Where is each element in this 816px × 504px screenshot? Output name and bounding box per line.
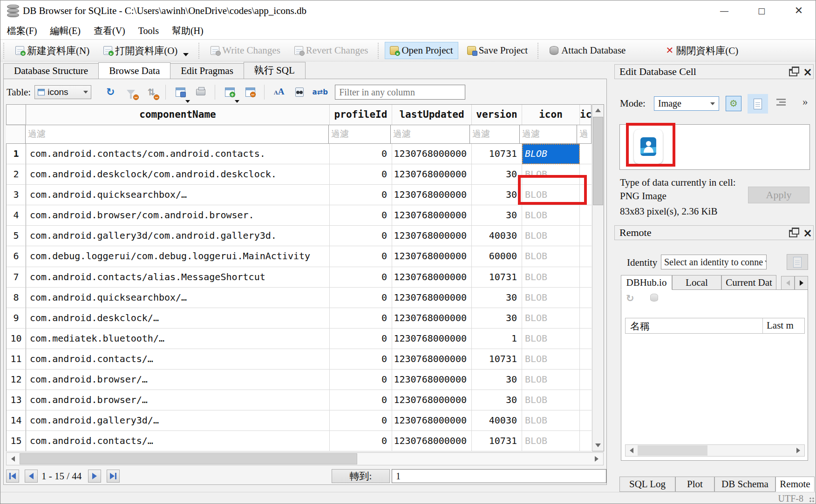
cell-componentName[interactable]: com.android.gallery3d/com.android.galler…	[26, 226, 330, 246]
cell-lastUpdated[interactable]: 1230768000000	[392, 246, 472, 267]
scroll-up-button[interactable]	[592, 105, 604, 116]
cell-partial[interactable]	[580, 349, 592, 370]
import-data-button[interactable]: ⚙	[726, 96, 741, 111]
cell-icon-blob[interactable]: BLOB	[522, 410, 580, 431]
cell-lastUpdated[interactable]: 1230768000000	[392, 329, 472, 349]
cell-componentName[interactable]: com.android.gallery3d/…	[26, 410, 330, 431]
cell-profileId[interactable]: 0	[330, 205, 392, 226]
cell-componentName[interactable]: com.android.contacts/…	[26, 431, 330, 451]
tab-database-structure[interactable]: Database Structure	[3, 63, 99, 79]
cell-lastUpdated[interactable]: 1230768000000	[392, 205, 472, 226]
cell-icon-blob[interactable]: BLOB	[522, 349, 580, 370]
cell-componentName[interactable]: com.android.browser/…	[26, 390, 330, 410]
attach-database-button[interactable]: Attach Database	[544, 42, 631, 59]
filter-version[interactable]: 過濾	[469, 125, 520, 143]
cell-componentName[interactable]: com.android.contacts/alias.MessageShortc…	[26, 267, 330, 288]
close-dock-icon[interactable]: ×	[803, 68, 811, 76]
more-tools-chevron[interactable]: »	[802, 96, 808, 108]
float-dock-icon[interactable]	[789, 230, 797, 237]
cell-profileId[interactable]: 0	[330, 267, 392, 288]
goto-button[interactable]: 轉到:	[332, 469, 390, 483]
cell-version[interactable]: 30	[472, 205, 522, 226]
insert-record-dropdown-arrow[interactable]	[235, 100, 239, 103]
filter-any-column-input[interactable]	[335, 85, 465, 100]
cell-componentName[interactable]: com.android.quicksearchbox/…	[26, 288, 330, 308]
column-header-version[interactable]: version	[472, 105, 522, 125]
refresh-button[interactable]: ↻	[103, 85, 117, 99]
cell-partial[interactable]	[580, 431, 592, 451]
open-database-button[interactable]: ▸ 打開資料庫(O)	[98, 41, 194, 60]
cell-componentName[interactable]: com.android.quicksearchbox/…	[26, 185, 330, 205]
cell-profileId[interactable]: 0	[330, 308, 392, 329]
cell-icon-blob[interactable]: BLOB	[522, 431, 580, 451]
goto-record-input[interactable]: 1	[392, 469, 606, 483]
cell-componentName[interactable]: com.mediatek.bluetooth/…	[26, 329, 330, 349]
cell-componentName[interactable]: com.android.contacts/com.android.contact…	[26, 144, 330, 164]
cell-partial[interactable]	[580, 390, 592, 410]
cell-profileId[interactable]: 0	[330, 246, 392, 267]
cell-profileId[interactable]: 0	[330, 370, 392, 390]
menu-help[interactable]: 幫助(H)	[165, 25, 210, 37]
table-selector-combobox[interactable]: icons	[34, 85, 91, 99]
cell-icon-blob[interactable]: BLOB	[522, 185, 580, 205]
minimize-button[interactable]: —	[712, 0, 736, 21]
menu-view[interactable]: 查看(V)	[87, 25, 132, 37]
menu-tools[interactable]: Tools	[132, 26, 165, 36]
cell-profileId[interactable]: 0	[330, 349, 392, 370]
cell-icon-blob[interactable]: BLOB	[522, 226, 580, 246]
scroll-left-button[interactable]	[626, 445, 637, 456]
resize-grip[interactable]	[809, 497, 815, 503]
cell-componentName[interactable]: com.android.deskclock/com.android.deskcl…	[26, 164, 330, 185]
cell-icon-blob[interactable]: BLOB	[522, 329, 580, 349]
filter-profileId[interactable]: 過濾	[328, 125, 391, 143]
database-push-icon[interactable]	[650, 294, 658, 302]
delete-record-button[interactable]: −	[243, 85, 257, 99]
cell-icon-blob[interactable]: BLOB	[522, 390, 580, 410]
tab-edit-pragmas[interactable]: Edit Pragmas	[170, 63, 244, 79]
cell-version[interactable]: 30	[472, 164, 522, 185]
scroll-right-button[interactable]	[591, 453, 602, 464]
close-database-button[interactable]: ✕ 關閉資料庫(C)	[660, 41, 743, 60]
new-database-button[interactable]: + 新建資料庫(N)	[10, 41, 95, 60]
cell-partial[interactable]	[580, 308, 592, 329]
word-wrap-icon[interactable]	[776, 99, 786, 107]
mode-combobox[interactable]: Image	[654, 96, 719, 111]
cell-profileId[interactable]: 0	[330, 390, 392, 410]
cell-version[interactable]: 30	[472, 370, 522, 390]
cell-icon-blob[interactable]: BLOB	[522, 164, 580, 185]
cell-partial[interactable]	[580, 246, 592, 267]
cell-version[interactable]: 10731	[472, 349, 522, 370]
cell-lastUpdated[interactable]: 1230768000000	[392, 349, 472, 370]
vertical-scrollbar[interactable]	[592, 104, 604, 451]
save-table-button[interactable]	[173, 85, 187, 99]
cell-profileId[interactable]: 0	[330, 410, 392, 431]
cell-icon-blob[interactable]: BLOB	[522, 308, 580, 329]
clear-sorting-button[interactable]: ⇅−	[144, 85, 158, 99]
cell-partial[interactable]	[580, 410, 592, 431]
cell-componentName[interactable]: com.android.deskclock/…	[26, 308, 330, 329]
cell-profileId[interactable]: 0	[330, 144, 392, 164]
cell-partial[interactable]	[580, 205, 592, 226]
cell-icon-blob[interactable]: BLOB	[522, 370, 580, 390]
revert-changes-button[interactable]: Revert Changes	[289, 42, 374, 59]
insert-record-button[interactable]: +	[223, 85, 237, 99]
refresh-icon[interactable]: ↻	[626, 294, 634, 303]
open-project-button[interactable]: ▸ Open Project	[385, 42, 458, 59]
close-button[interactable]: ✕	[787, 0, 811, 21]
horizontal-scroll-thumb[interactable]	[20, 453, 357, 464]
cell-version[interactable]: 1	[472, 329, 522, 349]
cell-profileId[interactable]: 0	[330, 164, 392, 185]
filter-lastUpdated[interactable]: 過濾	[390, 125, 470, 143]
open-database-dropdown-arrow[interactable]	[183, 53, 189, 56]
cell-icon-blob[interactable]: BLOB	[522, 288, 580, 308]
filter-componentName[interactable]: 過濾	[25, 125, 329, 143]
cell-lastUpdated[interactable]: 1230768000000	[392, 431, 472, 451]
vertical-scroll-thumb[interactable]	[593, 117, 603, 205]
maximize-button[interactable]: □	[749, 0, 774, 21]
font-button[interactable]: AA	[272, 85, 286, 99]
cell-componentName[interactable]: com.android.browser/…	[26, 370, 330, 390]
cell-profileId[interactable]: 0	[330, 185, 392, 205]
cell-partial[interactable]	[580, 164, 592, 185]
filter-partial[interactable]: 過濾	[577, 125, 588, 143]
cell-lastUpdated[interactable]: 1230768000000	[392, 288, 472, 308]
